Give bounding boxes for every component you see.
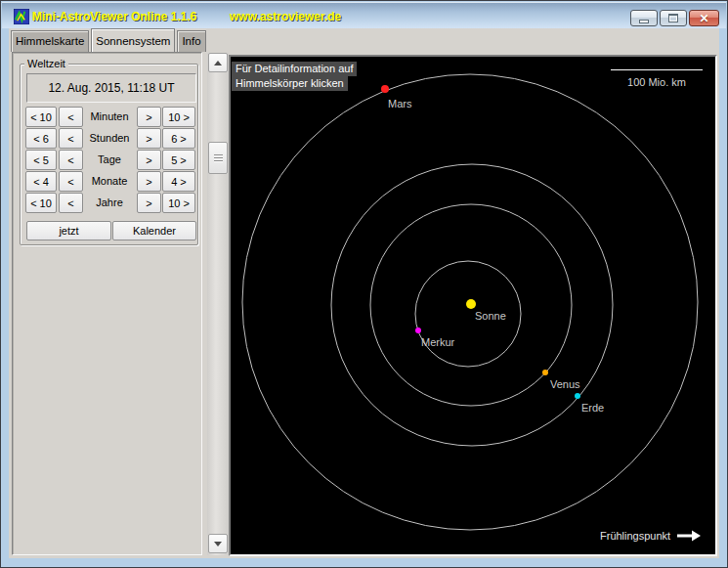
jahre-back-big-button[interactable]: < 10 — [25, 193, 57, 213]
vernal-equinox-indicator: Frühlingspunkt — [600, 530, 701, 542]
minuten-forward-button[interactable]: > — [137, 107, 161, 127]
scroll-up-icon — [214, 61, 222, 66]
scrollbar-thumb[interactable] — [208, 142, 228, 174]
tab-content: Weltzeit 12. Aug. 2015, 11:18 UT < 10<Mi… — [9, 52, 719, 558]
solar-system-canvas[interactable]: SonneMerkurVenusErdeMars Für Detailinfor… — [229, 55, 717, 556]
scroll-down-icon — [214, 542, 222, 546]
minuten-back-button[interactable]: < — [59, 107, 83, 127]
close-button[interactable]: ✕ — [689, 10, 719, 26]
applet-area: HimmelskarteSonnensystemInfo Weltzeit 12… — [9, 28, 719, 558]
stunden-unit-label: Stunden — [83, 132, 136, 144]
tab-sonnensystem[interactable]: Sonnensystem — [91, 28, 175, 52]
tage-back-button[interactable]: < — [59, 150, 83, 170]
planet-venus[interactable] — [542, 370, 548, 375]
jetzt-button[interactable]: jetzt — [26, 221, 111, 240]
kalender-button[interactable]: Kalender — [112, 221, 196, 240]
tab-info[interactable]: Info — [177, 30, 205, 52]
scroll-down-button[interactable] — [208, 534, 228, 553]
app-icon — [14, 9, 29, 24]
datetime-value: 12. Aug. 2015, 11:18 UT — [48, 81, 174, 95]
titlebar: Mini-AstroViewer Online 1.1.6 www.astrov… — [2, 2, 726, 28]
minuten-forward-big-button[interactable]: 10 > — [162, 107, 195, 127]
tage-unit-label: Tage — [83, 153, 136, 165]
monate-back-button[interactable]: < — [59, 171, 83, 192]
tage-forward-button[interactable]: > — [137, 150, 161, 170]
app-window: Mini-AstroViewer Online 1.1.6 www.astrov… — [0, 0, 728, 568]
planet-label-merkur: Merkur — [421, 336, 455, 348]
jahre-back-button[interactable]: < — [59, 193, 83, 213]
planet-mars[interactable] — [381, 85, 389, 93]
tage-back-big-button[interactable]: < 5 — [25, 150, 57, 170]
hint-box: Für Detailinformation auf Himmelskörper … — [232, 62, 357, 91]
jahre-forward-button[interactable]: > — [137, 193, 161, 213]
vertical-scrollbar[interactable] — [207, 53, 229, 555]
minimize-icon — [639, 20, 649, 23]
right-arrow-icon — [676, 530, 701, 542]
window-title: Mini-AstroViewer Online 1.1.6 — [32, 10, 197, 23]
weltzeit-panel: Weltzeit 12. Aug. 2015, 11:18 UT < 10<Mi… — [12, 52, 202, 555]
planet-erde[interactable] — [575, 393, 580, 399]
stunden-forward-big-button[interactable]: 6 > — [162, 128, 195, 149]
planet-label-venus: Venus — [550, 378, 580, 390]
planet-label-erde: Erde — [581, 402, 604, 414]
stunden-forward-button[interactable]: > — [137, 128, 161, 149]
minimize-button[interactable] — [630, 10, 658, 26]
groupbox-title: Weltzeit — [24, 58, 68, 69]
scroll-up-button[interactable] — [208, 53, 228, 72]
maximize-button[interactable] — [660, 10, 687, 26]
planet-merkur[interactable] — [415, 328, 421, 333]
planet-label-mars: Mars — [388, 98, 412, 109]
tage-forward-big-button[interactable]: 5 > — [162, 150, 195, 170]
stunden-back-button[interactable]: < — [59, 128, 83, 149]
minuten-unit-label: Minuten — [83, 110, 136, 122]
datetime-display: 12. Aug. 2015, 11:18 UT — [26, 73, 196, 103]
close-icon: ✕ — [699, 13, 708, 24]
maximize-icon — [668, 14, 678, 22]
jahre-unit-label: Jahre — [83, 197, 136, 208]
tab-bar: HimmelskarteSonnensystemInfo — [9, 28, 719, 52]
scale-line — [611, 69, 703, 70]
window-title-url: www.astroviewer.de — [230, 10, 341, 23]
monate-forward-button[interactable]: > — [137, 171, 161, 192]
monate-forward-big-button[interactable]: 4 > — [162, 171, 195, 192]
monate-unit-label: Monate — [83, 175, 136, 187]
weltzeit-groupbox: Weltzeit 12. Aug. 2015, 11:18 UT < 10<Mi… — [20, 64, 198, 245]
jahre-forward-big-button[interactable]: 10 > — [162, 193, 195, 213]
minuten-back-big-button[interactable]: < 10 — [25, 107, 57, 127]
stunden-back-big-button[interactable]: < 6 — [25, 128, 57, 149]
scale-bar: 100 Mio. km — [611, 69, 703, 88]
monate-back-big-button[interactable]: < 4 — [25, 171, 57, 192]
sun[interactable] — [466, 299, 476, 309]
tab-himmelskarte[interactable]: Himmelskarte — [11, 30, 89, 52]
sun-label: Sonne — [475, 310, 506, 322]
